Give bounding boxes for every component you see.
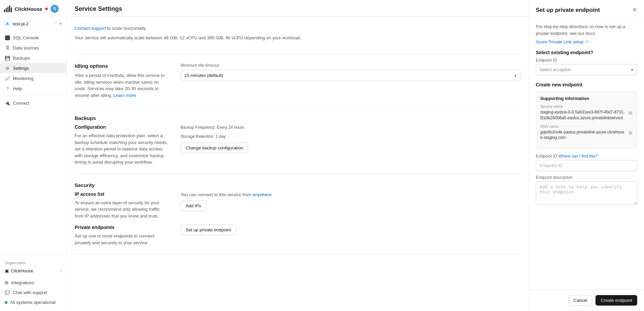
backups-row: Configuration For an effective data prot… bbox=[75, 124, 520, 166]
database-icon: 🗄 bbox=[5, 45, 10, 50]
add-service-icon[interactable]: + bbox=[59, 21, 62, 27]
scale-info-text: Your service will automatically scale be… bbox=[75, 35, 520, 41]
chart-icon: 📈 bbox=[5, 76, 10, 81]
logo-area: ClickHouse TI bbox=[0, 0, 66, 18]
sidebar-label-sql-console: SQL Console bbox=[13, 35, 39, 40]
azure-private-link-link[interactable]: Azure Private Link setup ↗ bbox=[536, 39, 588, 44]
right-panel: Set up private endpoint ✕ For step-by-st… bbox=[529, 0, 644, 311]
anywhere-link[interactable]: anywhere bbox=[252, 192, 271, 197]
external-link-icon: ↗ bbox=[585, 40, 588, 44]
dns-name-label: DNS name bbox=[540, 124, 633, 128]
org-item[interactable]: ▣ ClickHouse › bbox=[4, 266, 62, 275]
org-name: ▣ ClickHouse bbox=[5, 268, 33, 273]
service-controls: ⌃ + bbox=[54, 21, 62, 27]
backup-frequency: Backup Frequency: Every 24 hours bbox=[181, 124, 520, 131]
panel-header: Set up private endpoint ✕ bbox=[529, 0, 644, 18]
private-endpoints-row: Private endpoints Set up one or more end… bbox=[75, 225, 520, 246]
sidebar-item-sql-console[interactable]: ⬛ SQL Console bbox=[0, 33, 66, 43]
backups-left: Configuration For an effective data prot… bbox=[75, 124, 170, 166]
new-endpoint-id-label: Endpoint ID Where can I find this? bbox=[536, 154, 637, 159]
ip-access-right: You can connect to this service from any… bbox=[181, 191, 520, 220]
page-title: Service Settings bbox=[75, 5, 520, 13]
question-icon: ? bbox=[5, 86, 10, 91]
storage-retention: Storage Retention: 1 day bbox=[181, 133, 520, 140]
avatar[interactable]: TI bbox=[51, 5, 59, 13]
copy-service-name-button[interactable]: ⧉ bbox=[628, 109, 633, 117]
idle-timeout-select[interactable]: 15 minutes (default) 30 minutes 1 hour N… bbox=[181, 70, 520, 81]
copy-dns-name-button[interactable]: ⧉ bbox=[628, 129, 633, 137]
service-name-field: Service name staging-eastus-0-0.5a631ee3… bbox=[540, 104, 633, 121]
dns-name-row: gqtv8o2m4k.eastus.privatelink.azure.clic… bbox=[540, 129, 633, 141]
panel-footer: Cancel Create endpoint bbox=[529, 289, 644, 311]
status-indicator bbox=[45, 7, 48, 10]
create-endpoint-button[interactable]: Create endpoint bbox=[595, 295, 637, 306]
supporting-info-title: Supporting information bbox=[540, 96, 633, 101]
panel-close-button[interactable]: ✕ bbox=[632, 7, 637, 13]
panel-description: For step-by-step directions on how to se… bbox=[536, 23, 637, 37]
service-selector[interactable]: A test-pl-2 ⌃ + bbox=[0, 18, 66, 30]
idling-right: Minimum idle timeout 15 minutes (default… bbox=[181, 63, 520, 99]
idling-desc: After a period of inactivity, allow this… bbox=[75, 72, 170, 99]
sidebar-label-monitoring: Monitoring bbox=[13, 76, 34, 81]
endpoint-desc-section: Endpoint description bbox=[536, 175, 637, 206]
idling-row: Idling options After a period of inactiv… bbox=[75, 63, 520, 99]
backups-right: Backup Frequency: Every 24 hours Storage… bbox=[181, 124, 520, 166]
sidebar-label-connect: Connect bbox=[13, 101, 29, 106]
private-endpoints-right: Set up private endpoint bbox=[181, 225, 520, 246]
service-name-label: Service name bbox=[540, 104, 633, 108]
sidebar-item-data-sources[interactable]: 🗄 Data sources bbox=[0, 43, 66, 53]
sidebar-item-connect[interactable]: 🔌 Connect bbox=[0, 98, 66, 108]
service-name: test-pl-2 bbox=[13, 21, 29, 26]
select-existing-title: Select existing endpoint? bbox=[536, 50, 637, 55]
integrations-link[interactable]: ⊞ Integrations bbox=[4, 278, 62, 287]
sidebar-item-help[interactable]: ? Help bbox=[0, 83, 66, 94]
chat-support-link[interactable]: 💬 Chat with support bbox=[4, 288, 62, 297]
green-status-dot bbox=[5, 301, 7, 304]
idling-section: Idling options After a period of inactiv… bbox=[75, 55, 520, 107]
endpoint-id-label-select: Endpoint ID bbox=[536, 58, 637, 63]
dns-name-field: DNS name gqtv8o2m4k.eastus.privatelink.a… bbox=[540, 124, 633, 141]
org-label: Organization bbox=[4, 260, 62, 266]
create-new-endpoint-title: Create new endpoint bbox=[536, 82, 637, 87]
org-chevron-icon: › bbox=[60, 269, 61, 273]
all-systems-link[interactable]: All systems operational bbox=[4, 298, 62, 307]
main-content: Service Settings Contact support to scal… bbox=[67, 0, 529, 311]
panel-body: For step-by-step directions on how to se… bbox=[529, 18, 644, 289]
chat-icon: 💬 bbox=[5, 290, 10, 295]
learn-more-link[interactable]: Learn more bbox=[113, 93, 136, 98]
idle-timeout-label: Minimum idle timeout bbox=[181, 63, 520, 68]
endpoint-desc-textarea[interactable] bbox=[536, 181, 637, 205]
connect-icon: 🔌 bbox=[5, 100, 10, 106]
chevron-icon[interactable]: ⌃ bbox=[54, 21, 58, 26]
archive-icon: 💾 bbox=[5, 55, 10, 61]
connect-from-text: You can connect to this service from any… bbox=[181, 191, 520, 198]
endpoint-select[interactable]: Select an option bbox=[536, 64, 637, 75]
endpoint-select-wrapper: Select an option ▼ bbox=[536, 64, 637, 75]
panel-title: Set up private endpoint bbox=[536, 7, 600, 14]
sidebar-item-settings[interactable]: ⚙ Settings bbox=[0, 63, 66, 73]
cancel-button[interactable]: Cancel bbox=[568, 295, 592, 306]
config-title: Configuration bbox=[75, 124, 170, 130]
where-find-link[interactable]: Where can I find this? bbox=[558, 154, 598, 159]
change-backup-button[interactable]: Change backup configuration bbox=[181, 143, 248, 153]
bottom-links: ⊞ Integrations 💬 Chat with support All s… bbox=[4, 278, 62, 307]
sidebar: ClickHouse TI A test-pl-2 ⌃ + ⬛ SQL Cons… bbox=[0, 0, 67, 311]
private-endpoints-desc: Set up one or more endpoints to connect … bbox=[75, 233, 170, 246]
security-section: Security IP access list To ensure an ext… bbox=[75, 174, 520, 255]
scaling-section: Contact support to scale horizontally Yo… bbox=[75, 17, 520, 55]
endpoint-id-input[interactable] bbox=[536, 160, 637, 171]
setup-private-endpoint-button[interactable]: Set up private endpoint bbox=[181, 225, 236, 235]
sidebar-label-help: Help bbox=[13, 86, 22, 91]
service-name-value: staging-eastus-0-0.5a631ee3-697f-45d7-87… bbox=[540, 109, 625, 121]
sidebar-item-backups[interactable]: 💾 Backups bbox=[0, 53, 66, 63]
sidebar-item-monitoring[interactable]: 📈 Monitoring bbox=[0, 73, 66, 83]
sidebar-label-settings: Settings bbox=[13, 66, 29, 71]
contact-support-link[interactable]: Contact support bbox=[75, 26, 106, 31]
ip-access-title: IP access list bbox=[75, 191, 170, 197]
logo-text: ClickHouse bbox=[15, 6, 42, 12]
ip-access-left: IP access list To ensure an extra layer … bbox=[75, 191, 170, 220]
idling-left: Idling options After a period of inactiv… bbox=[75, 63, 170, 99]
add-ips-button[interactable]: Add IPs bbox=[181, 201, 206, 211]
private-endpoints-title: Private endpoints bbox=[75, 225, 170, 230]
new-endpoint-id-section: Endpoint ID Where can I find this? bbox=[536, 154, 637, 171]
